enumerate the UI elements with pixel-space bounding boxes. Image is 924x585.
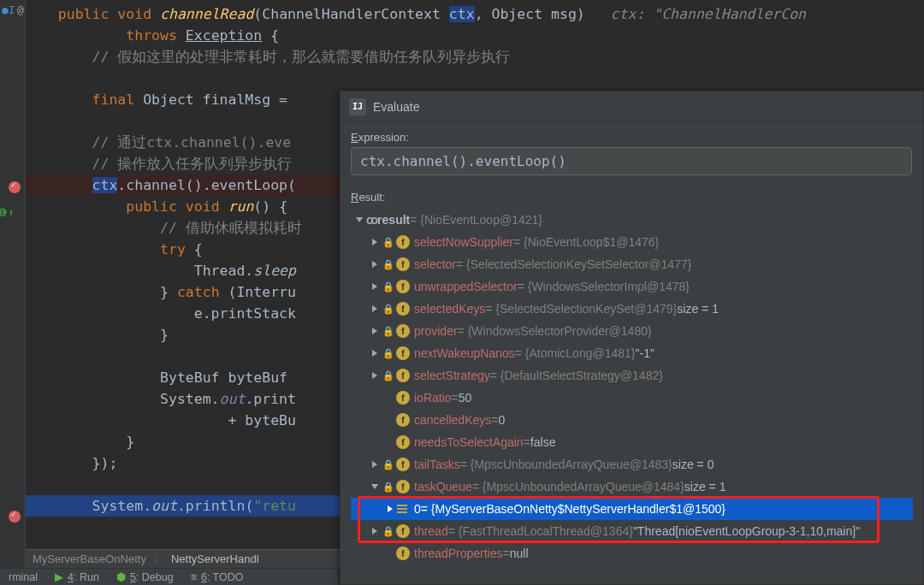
field-icon: f [396, 458, 410, 471]
chevron-right-icon[interactable] [370, 237, 380, 247]
field-icon: f [396, 369, 410, 382]
expression-input[interactable] [351, 147, 912, 175]
field-icon: f [396, 480, 410, 493]
chevron-right-icon[interactable] [385, 504, 395, 514]
bookmark-icon[interactable]: ❶⬆ [0, 206, 15, 219]
lock-icon: 🔒 [382, 302, 395, 316]
tree-row[interactable]: 🔒funwrappedSelector = {WindowsSelectorIm… [351, 275, 913, 298]
evaluate-dialog: IJ Evaluate Expression: Result: oo resul… [340, 91, 924, 585]
code-line[interactable] [26, 68, 924, 89]
breadcrumb-item[interactable]: NettyServerHandl [164, 551, 266, 567]
tree-row[interactable]: 🔒fprovider = {WindowsSelectorProvider@14… [351, 320, 913, 342]
field-icon: f [396, 280, 410, 293]
tree-row[interactable]: 🔒fselectStrategy = {DefaultSelectStrateg… [351, 364, 913, 387]
result-label: Result: [351, 191, 913, 204]
breakpoint-icon-2[interactable] [9, 511, 21, 523]
tree-row[interactable]: 🔒fselectNowSupplier = {NioEventLoop$1@14… [351, 231, 913, 253]
tree-row[interactable]: 🔒fthread = {FastThreadLocalThread@1364} … [351, 520, 913, 542]
lock-icon: 🔒 [382, 524, 395, 538]
lock-icon: 🔒 [382, 324, 395, 338]
gutter: ●I @ ❶⬆ [0, 0, 26, 585]
chevron-down-icon[interactable] [370, 482, 380, 492]
lock-icon: 🔒 [382, 235, 395, 249]
array-item-icon [397, 502, 411, 516]
chevron-right-icon[interactable] [370, 526, 380, 536]
chevron-right-icon[interactable] [370, 370, 380, 381]
field-icon: f [396, 324, 410, 338]
implement-icon[interactable]: ●I [2, 3, 15, 16]
tree-row[interactable]: 🔒fselectedKeys = {SelectedSelectionKeySe… [351, 298, 913, 320]
breadcrumb-item[interactable]: MyServerBaseOnNetty [26, 551, 153, 567]
editor-root: ●I @ ❶⬆ public void channelRead(ChannelH… [0, 0, 924, 585]
field-icon: f [396, 235, 410, 249]
code-line[interactable]: public void channelRead(ChannelHandlerCo… [26, 3, 924, 25]
terminal-tab[interactable]: rminal [0, 571, 46, 583]
tree-row-taskqueue-item[interactable]: 0 = {MyServerBaseOnNetty$NettyServerHand… [351, 498, 913, 520]
field-icon: f [396, 413, 410, 427]
tree-row[interactable]: 🔒fselector = {SelectedSelectionKeySetSel… [351, 253, 913, 275]
glasses-icon: oo [366, 213, 376, 227]
run-tab[interactable]: ▶ 4: Run [46, 570, 108, 583]
code-line[interactable]: // 假如这里的处理非常耗时，那么就需要借助任务队列异步执行 [26, 46, 924, 68]
code-line[interactable]: throws Exception { [26, 25, 924, 46]
chevron-right-icon[interactable] [370, 304, 380, 314]
chevron-right-icon[interactable] [370, 459, 380, 470]
dialog-titlebar[interactable]: IJ Evaluate [341, 92, 923, 122]
lock-icon: 🔒 [382, 280, 395, 293]
field-icon: f [396, 257, 410, 271]
field-icon: f [396, 435, 410, 449]
result-tree[interactable]: oo result = {NioEventLoop@1421} 🔒fselect… [351, 209, 913, 564]
tree-row-taskqueue[interactable]: 🔒ftaskQueue = {MpscUnboundedArrayQueue@1… [351, 476, 913, 498]
dialog-title: Evaluate [373, 100, 419, 114]
tool-windows-bar: rminal ▶ 4: Run ⬢ 5: Debug ≡ 6: TODO [0, 568, 339, 585]
tree-row[interactable]: fcancelledKeys = 0 [351, 409, 913, 431]
chevron-right-icon[interactable] [370, 259, 380, 269]
app-icon: IJ [349, 98, 366, 115]
breadcrumb: MyServerBaseOnNetty 〉 NettyServerHandl [26, 549, 342, 568]
field-icon: f [396, 302, 410, 316]
chevron-down-icon[interactable] [354, 215, 364, 225]
chevron-right-icon[interactable] [370, 348, 380, 358]
chevron-right-icon[interactable] [370, 326, 380, 336]
lock-icon: 🔒 [382, 458, 395, 471]
breakpoint-icon[interactable] [9, 181, 21, 193]
lock-icon: 🔒 [382, 346, 395, 360]
override-icon[interactable]: @ [17, 3, 24, 16]
field-icon: f [396, 391, 410, 405]
field-icon: f [396, 547, 410, 560]
lock-icon: 🔒 [382, 369, 395, 382]
field-icon: f [396, 346, 410, 360]
tree-row[interactable]: oo result = {NioEventLoop@1421} [351, 209, 913, 231]
todo-tab[interactable]: ≡ 6: TODO [182, 571, 252, 583]
chevron-right-icon[interactable] [370, 281, 380, 292]
lock-icon: 🔒 [382, 480, 395, 493]
debug-tab[interactable]: ⬢ 5: Debug [108, 570, 182, 583]
tree-row[interactable]: 🔒fnextWakeupNanos = {AtomicLong@1481} "-… [351, 342, 913, 364]
expression-label: Expression: [351, 131, 913, 144]
tree-row[interactable]: fioRatio = 50 [351, 387, 913, 409]
tree-row[interactable]: 🔒ftailTasks = {MpscUnboundedArrayQueue@1… [351, 453, 913, 476]
tree-row[interactable]: fthreadProperties = null [351, 542, 913, 564]
tree-row[interactable]: fneedsToSelectAgain = false [351, 431, 913, 453]
field-icon: f [396, 524, 410, 538]
lock-icon: 🔒 [382, 257, 395, 271]
